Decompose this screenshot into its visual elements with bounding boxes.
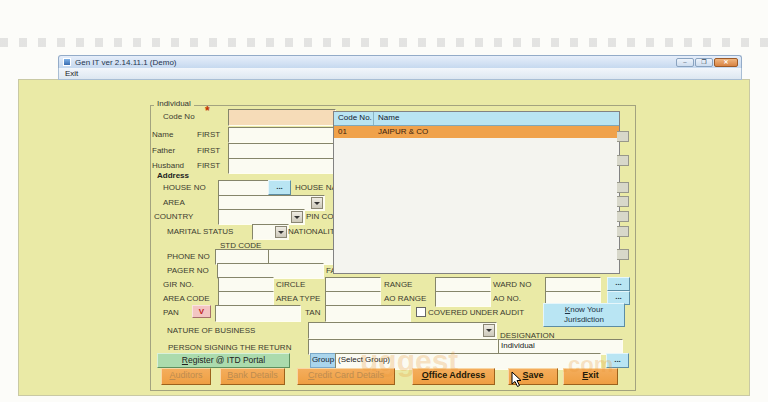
- country-label: COUNTRY: [154, 212, 193, 221]
- phone-no-label: PHONE NO: [167, 252, 210, 261]
- pan-label: PAN: [163, 308, 179, 317]
- screen: Gen IT ver 2.14.11.1 (Demo) – ❐ ✕ Exit I…: [0, 0, 768, 402]
- lookup-header-row: Code No. Name: [334, 112, 619, 126]
- hidden-control-stub: [617, 131, 629, 142]
- window-icon: [63, 58, 71, 66]
- register-itd-portal-button[interactable]: Register @ ITD Portal: [157, 353, 290, 368]
- auditors-button[interactable]: Auditors: [161, 368, 211, 385]
- marital-status-combo[interactable]: [252, 224, 289, 240]
- title-bar[interactable]: Gen IT ver 2.14.11.1 (Demo) – ❐ ✕: [58, 55, 742, 69]
- mouse-cursor: [511, 371, 523, 392]
- ward-browse-button[interactable]: ...: [607, 277, 630, 291]
- person-signing-label: PERSON SIGNING THE RETURN: [168, 343, 291, 352]
- father-first-label: FIRST: [197, 146, 220, 155]
- close-button-icon[interactable]: ✕: [714, 58, 738, 67]
- covered-under-audit-checkbox[interactable]: [416, 307, 426, 317]
- maximize-button-icon[interactable]: ❐: [695, 58, 713, 67]
- dropdown-arrow-icon: [311, 197, 323, 209]
- address-section-title: Address: [157, 171, 189, 180]
- name-input[interactable]: [228, 127, 336, 143]
- hidden-control-stub: [617, 196, 629, 207]
- dropdown-arrow-icon: [291, 211, 303, 223]
- tan-label: TAN: [305, 308, 320, 317]
- code-lookup-panel: Code No. Name 01 JAIPUR & CO: [333, 111, 620, 274]
- ao-no-label: AO NO.: [493, 294, 521, 303]
- name-first-label: FIRST: [197, 130, 220, 139]
- husband-input[interactable]: [228, 158, 336, 174]
- pan-verify-button[interactable]: V: [192, 305, 211, 318]
- father-label: Father: [152, 146, 175, 155]
- ward-no-label: WARD NO: [493, 280, 531, 289]
- tan-input[interactable]: [325, 305, 411, 322]
- country-combo[interactable]: [218, 209, 305, 225]
- dropdown-arrow-icon: [275, 226, 287, 238]
- gir-no-label: GIR NO.: [163, 280, 194, 289]
- group-browse-button[interactable]: ...: [606, 353, 629, 368]
- range-label: RANGE: [384, 280, 412, 289]
- lookup-header-name[interactable]: Name: [374, 112, 399, 125]
- area-label: AREA: [163, 198, 185, 207]
- individual-groupbox-legend: Individual: [154, 99, 194, 108]
- pan-input[interactable]: [215, 305, 301, 322]
- filmstrip-decoration: [0, 38, 768, 47]
- father-input[interactable]: [228, 143, 336, 159]
- husband-first-label: FIRST: [197, 161, 220, 170]
- area-type-label: AREA TYPE: [276, 294, 320, 303]
- credit-card-details-button[interactable]: Credit Card Details: [297, 368, 395, 385]
- house-no-label: HOUSE NO: [163, 183, 206, 192]
- lookup-cell-code: 01: [334, 126, 374, 138]
- hidden-control-stub: [617, 226, 629, 237]
- exit-button[interactable]: Exit: [563, 368, 618, 385]
- nature-of-business-combo[interactable]: [308, 322, 497, 339]
- bank-details-button[interactable]: Bank Details: [220, 368, 285, 385]
- hidden-control-stub: [617, 155, 629, 166]
- menu-item-exit[interactable]: Exit: [65, 69, 78, 78]
- window-title: Gen IT ver 2.14.11.1 (Demo): [75, 58, 177, 67]
- hidden-control-stub: [617, 211, 629, 222]
- house-browse-button[interactable]: ...: [268, 180, 291, 195]
- know-your-jurisdiction-button[interactable]: Know Your Jurisdiction: [543, 303, 625, 327]
- hidden-control-stub: [617, 182, 629, 193]
- code-no-label: Code No: [163, 112, 195, 121]
- ao-range-label: AO RANGE: [384, 294, 426, 303]
- lookup-header-code[interactable]: Code No.: [334, 112, 374, 125]
- ao-range-input[interactable]: [435, 291, 491, 307]
- nature-of-business-label: NATURE OF BUSINESS: [167, 326, 255, 335]
- pager-no-label: PAGER NO: [167, 266, 209, 275]
- husband-label: Husband: [152, 161, 184, 170]
- group-button[interactable]: Group: [310, 353, 336, 368]
- name-label: Name: [152, 130, 173, 139]
- covered-under-audit-label: COVERED UNDER AUDIT: [428, 308, 524, 317]
- menu-bar: Exit: [58, 68, 742, 80]
- office-address-button[interactable]: Office Address: [412, 368, 495, 385]
- lookup-cell-name: JAIPUR & CO: [374, 126, 428, 138]
- code-no-input[interactable]: [228, 109, 336, 126]
- minimize-button-icon[interactable]: –: [676, 58, 694, 67]
- area-code-label: AREA CODE: [163, 294, 210, 303]
- hidden-control-stub: [617, 249, 629, 260]
- circle-label: CIRCLE: [276, 280, 305, 289]
- marital-status-label: MARITAL STATUS: [167, 227, 233, 236]
- dropdown-arrow-icon: [483, 324, 495, 337]
- lookup-row-selected[interactable]: 01 JAIPUR & CO: [334, 126, 619, 138]
- required-asterisk: *: [205, 106, 210, 116]
